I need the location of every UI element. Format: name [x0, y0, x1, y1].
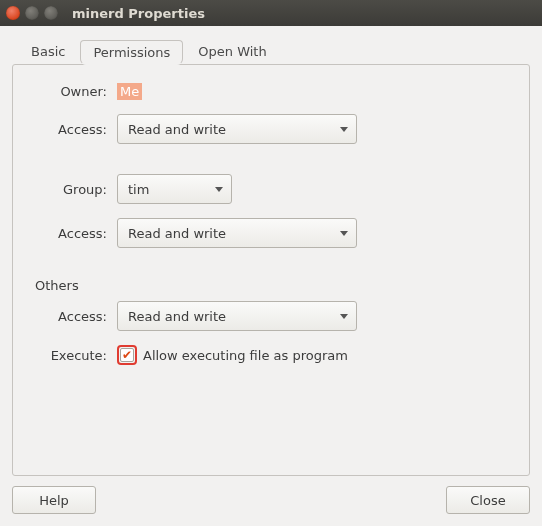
others-heading: Others	[35, 278, 507, 293]
chevron-down-icon	[340, 127, 348, 132]
tabs: Basic Permissions Open With	[12, 36, 530, 64]
window-controls	[6, 6, 58, 20]
check-icon: ✔	[122, 349, 132, 361]
owner-access-value: Read and write	[128, 122, 226, 137]
tab-open-with[interactable]: Open With	[183, 37, 281, 65]
others-access-select[interactable]: Read and write	[117, 301, 357, 331]
close-button[interactable]: Close	[446, 486, 530, 514]
chevron-down-icon	[215, 187, 223, 192]
group-access-value: Read and write	[128, 226, 226, 241]
maximize-icon[interactable]	[44, 6, 58, 20]
owner-label: Owner:	[35, 84, 107, 99]
close-icon[interactable]	[6, 6, 20, 20]
group-label: Group:	[35, 182, 107, 197]
window-title: minerd Properties	[72, 6, 205, 21]
execute-checkbox[interactable]: ✔	[117, 345, 137, 365]
owner-access-select[interactable]: Read and write	[117, 114, 357, 144]
owner-value: Me	[117, 83, 142, 100]
minimize-icon[interactable]	[25, 6, 39, 20]
help-button[interactable]: Help	[12, 486, 96, 514]
group-value: tim	[128, 182, 149, 197]
chevron-down-icon	[340, 314, 348, 319]
group-select[interactable]: tim	[117, 174, 232, 204]
execute-description: Allow executing file as program	[143, 348, 348, 363]
tab-basic[interactable]: Basic	[16, 37, 80, 65]
group-access-label: Access:	[35, 226, 107, 241]
others-access-value: Read and write	[128, 309, 226, 324]
others-access-label: Access:	[35, 309, 107, 324]
owner-access-label: Access:	[35, 122, 107, 137]
tab-permissions[interactable]: Permissions	[80, 40, 183, 65]
permissions-panel: Owner: Me Access: Read and write Group: …	[12, 64, 530, 476]
chevron-down-icon	[340, 231, 348, 236]
execute-label: Execute:	[35, 348, 107, 363]
group-access-select[interactable]: Read and write	[117, 218, 357, 248]
window-titlebar: minerd Properties	[0, 0, 542, 26]
